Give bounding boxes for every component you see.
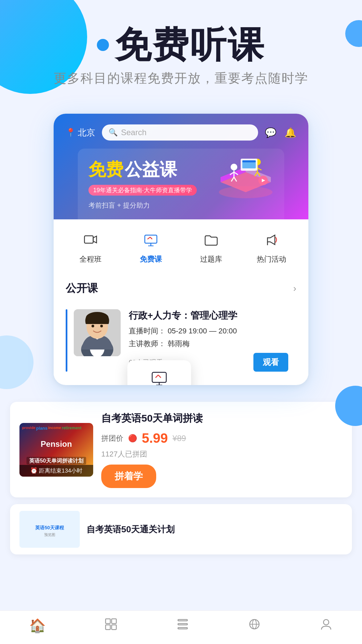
phone-mockup: 📍 北京 🔍 Search 💬 🔔 免费 — [54, 114, 308, 385]
svg-line-13 — [257, 168, 261, 170]
product-image: provide plans income retirement Pension … — [19, 423, 93, 477]
location-badge[interactable]: 📍 北京 — [66, 127, 95, 139]
nav-popup-icon — [151, 370, 168, 385]
nav-item-freecourse[interactable]: 免费课 — [134, 229, 168, 264]
tab-bar: 🏠 — [0, 610, 362, 644]
countdown-badge: ⏰ 距离结束134小时 — [19, 465, 93, 477]
svg-line-34 — [158, 375, 161, 378]
svg-line-26 — [147, 237, 150, 239]
public-course-section-title: 公开课 — [66, 281, 98, 296]
nav-item-questionbank[interactable]: 过题库 — [194, 229, 228, 264]
course-teacher-name: 韩雨梅 — [168, 339, 190, 348]
svg-rect-18 — [242, 160, 256, 162]
hero-title: 免费听课 — [115, 27, 265, 63]
word-cloud: provide plans income retirement Pension — [19, 423, 93, 460]
nav-item-hotactivities-label: 热门活动 — [257, 254, 286, 264]
video-camera-icon — [79, 229, 102, 251]
word-provide: provide — [22, 426, 36, 430]
price-row: 拼团价 🔴 5.99 ¥89 — [101, 431, 343, 446]
nav-item-fullprogram-label: 全程班 — [79, 254, 102, 264]
teacher-avatar — [74, 309, 121, 356]
word-retirement: retirement — [62, 426, 81, 430]
app-nav-area: 全程班 免费课 过题库 — [54, 219, 308, 380]
svg-rect-23 — [145, 235, 157, 243]
price-label: 拼团价 — [101, 433, 123, 443]
svg-rect-47 — [106, 625, 110, 630]
svg-rect-46 — [112, 619, 116, 624]
home-icon: 🏠 — [29, 618, 46, 634]
svg-line-33 — [156, 375, 158, 378]
price-coin-icon: 🔴 — [128, 434, 137, 443]
hero-section: 免费听课 更多科目的课程免费开放，重要考点随时学 — [0, 0, 362, 100]
product-info: 自考英语50天单词拼读 拼团价 🔴 5.99 ¥89 1127人已拼团 拼着学 — [101, 411, 343, 488]
word-plans: plans — [36, 426, 48, 431]
chat-icon[interactable]: 💬 — [265, 127, 277, 138]
svg-point-55 — [323, 620, 329, 625]
monitor-icon — [140, 229, 162, 251]
location-text: 北京 — [78, 127, 95, 139]
course-teacher-label: 主讲教师： — [129, 339, 166, 348]
nav-item-freecourse-label: 免费课 — [140, 254, 162, 264]
svg-rect-21 — [84, 236, 93, 243]
tab-item-home[interactable]: 🏠 — [29, 618, 46, 634]
svg-point-40 — [92, 325, 94, 327]
folder-icon — [200, 229, 222, 251]
section-header-publiccourse: 公开课 › — [54, 273, 308, 301]
hero-dot-decoration — [97, 39, 109, 51]
app-header-top: 📍 北京 🔍 Search 💬 🔔 — [66, 124, 296, 141]
app-banner: 免费 公益课 19年通关必备指南·大牛师资直播带学 考前扫盲 + 提分助力 — [66, 149, 296, 219]
price-current: 5.99 — [142, 431, 168, 446]
bell-icon[interactable]: 🔔 — [285, 127, 296, 138]
section-arrow-icon[interactable]: › — [293, 283, 296, 294]
product-preview: 英语50天课程 预览图 自考英语50天通关计划 — [10, 504, 352, 554]
course-time: 直播时间： 05-29 19:00 — 20:00 — [129, 326, 288, 336]
preview-title: 自考英语50天通关计划 — [86, 524, 175, 535]
tab-item-mine[interactable] — [319, 618, 333, 634]
nav-item-questionbank-label: 过题库 — [200, 254, 222, 264]
banner-free-text: 免费 — [88, 160, 123, 179]
course-accent-bar — [66, 309, 67, 372]
megaphone-icon — [260, 229, 283, 251]
preview-image: 英语50天课程 预览图 — [19, 511, 80, 548]
hero-title-row: 免费听课 — [20, 27, 342, 63]
course-teacher: 主讲教师： 韩雨梅 — [129, 339, 288, 349]
tab-item-bookshelf[interactable] — [176, 618, 189, 634]
bookshelf-icon — [176, 618, 189, 634]
price-original: ¥89 — [173, 434, 186, 443]
tab-item-discover[interactable] — [248, 618, 261, 634]
tab-item-courses[interactable] — [104, 618, 118, 634]
banner-illustration — [214, 149, 278, 200]
course-title: 行政+人力专：管理心理学 — [129, 309, 288, 322]
nav-item-fullprogram[interactable]: 全程班 — [74, 229, 107, 264]
word-pension: Pension — [22, 439, 90, 449]
svg-rect-30 — [152, 372, 166, 382]
svg-point-4 — [231, 164, 237, 170]
search-bar[interactable]: 🔍 Search — [102, 124, 258, 141]
search-icon: 🔍 — [109, 128, 118, 137]
course-time-value: 05-29 19:00 — 20:00 — [168, 327, 237, 335]
svg-rect-45 — [106, 619, 110, 624]
svg-point-41 — [100, 325, 103, 327]
hero-subtitle: 更多科目的课程免费开放，重要考点随时学 — [20, 70, 342, 87]
svg-marker-28 — [267, 235, 275, 245]
header-icons: 💬 🔔 — [265, 127, 296, 138]
price-original-value: 89 — [177, 434, 186, 443]
nav-popup-freecourse: 免费课 — [127, 360, 191, 385]
countdown-text: 距离结束134小时 — [39, 467, 82, 475]
preview-info: 自考英语50天通关计划 — [86, 524, 175, 535]
svg-rect-49 — [178, 620, 187, 621]
svg-rect-50 — [178, 624, 187, 625]
app-nav-items: 全程班 免费课 过题库 — [54, 219, 308, 268]
product-image-main-text: 英语50天单词拼读计划 — [19, 458, 93, 465]
location-pin-icon: 📍 — [66, 128, 76, 137]
group-buy-button[interactable]: 拼着学 — [101, 465, 156, 488]
courses-icon — [104, 618, 118, 634]
banner-tag: 19年通关必备指南·大牛师资直播带学 — [88, 185, 197, 196]
watch-button[interactable]: 观看 — [253, 353, 288, 372]
word-income: income — [48, 426, 61, 430]
search-placeholder: Search — [121, 128, 146, 137]
app-header: 📍 北京 🔍 Search 💬 🔔 免费 — [54, 114, 308, 219]
svg-line-27 — [150, 237, 152, 239]
product-section: provide plans income retirement Pension … — [10, 402, 352, 497]
nav-item-hotactivities[interactable]: 热门活动 — [255, 229, 288, 264]
